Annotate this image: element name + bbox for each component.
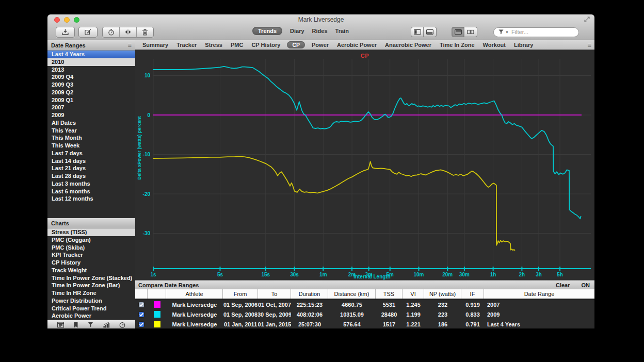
export-button[interactable]: [56, 27, 75, 38]
date-range-last-7-days[interactable]: Last 7 days: [47, 150, 135, 157]
filter-field[interactable]: ▼: [493, 27, 579, 37]
compare-row-2007[interactable]: Mark Liversedge01 Sep, 200601 Oct, 20072…: [135, 300, 594, 309]
calendar-icon[interactable]: [57, 322, 64, 328]
col-header-np-watts[interactable]: NP (watts): [424, 289, 461, 299]
tab-pmc[interactable]: PMC: [227, 42, 247, 48]
date-range-last-14-days[interactable]: Last 14 days: [47, 157, 135, 165]
date-range-2009[interactable]: 2009: [47, 111, 135, 119]
date-range-all-dates[interactable]: All Dates: [47, 119, 135, 127]
chart-track-weight[interactable]: Track Weight: [47, 267, 135, 274]
chart-pmc-coggan[interactable]: PMC (Coggan): [47, 236, 135, 244]
tab-workout[interactable]: Workout: [479, 42, 510, 48]
bar-chart-icon[interactable]: [103, 322, 110, 328]
date-range-2010[interactable]: 2010: [47, 58, 135, 66]
compare-on-toggle[interactable]: ON: [582, 282, 590, 288]
date-range-this-week[interactable]: This Week: [47, 142, 135, 150]
col-header-date-range[interactable]: Date Range: [484, 289, 594, 299]
series-last-4-years: [153, 156, 514, 250]
sidebar-toggle-button[interactable]: [411, 27, 424, 37]
chart-kpi-tracker[interactable]: KPI Tracker: [47, 251, 135, 259]
compare-title: Compare Date Ranges: [138, 282, 199, 288]
date-range-2009-q4[interactable]: 2009 Q4: [47, 73, 135, 81]
compare-row-last-4-years[interactable]: Mark Liversedge01 Jan, 201101 Jan, 20152…: [135, 319, 594, 328]
view-trends[interactable]: Trends: [252, 27, 282, 35]
bottombar-toggle-button[interactable]: [424, 27, 437, 37]
date-range-last-21-days[interactable]: Last 21 days: [47, 164, 135, 172]
cell-date-range: 2007: [484, 300, 594, 309]
bookmark-icon[interactable]: [73, 322, 78, 328]
charts-header: Charts: [47, 218, 135, 228]
tab-power[interactable]: Power: [308, 42, 333, 48]
chart-pmc-skiba[interactable]: PMC (Skiba): [47, 244, 135, 252]
date-range-this-year[interactable]: This Year: [47, 127, 135, 135]
stopwatch-button[interactable]: [103, 27, 119, 37]
minimize-button[interactable]: [64, 17, 70, 23]
tab-tracker[interactable]: Tracker: [172, 42, 201, 48]
date-range-2009-q1[interactable]: 2009 Q1: [47, 96, 135, 104]
tab-library[interactable]: Library: [510, 42, 537, 48]
y-tick-label: -30: [143, 231, 151, 236]
funnel-icon[interactable]: [88, 322, 93, 327]
view-rides[interactable]: Rides: [312, 28, 328, 34]
row-checkbox[interactable]: [135, 300, 148, 309]
tab-aerobic-power[interactable]: Aerobic Power: [333, 42, 381, 48]
tab-cp[interactable]: CP: [287, 41, 305, 48]
col-header-from[interactable]: From: [223, 289, 258, 299]
clear-button[interactable]: Clear: [556, 282, 570, 288]
close-button[interactable]: [54, 17, 60, 23]
tabbar-menu-icon[interactable]: ≡: [587, 42, 591, 48]
tabbed-view-button[interactable]: [452, 27, 464, 37]
tab-summary[interactable]: Summary: [138, 42, 172, 48]
tab-time-in-zone[interactable]: Time In Zone: [436, 42, 479, 48]
tab-anaerobic-power[interactable]: Anaerobic Power: [381, 42, 436, 48]
split-button[interactable]: [119, 27, 136, 37]
bottom-panel-icon: [426, 29, 433, 35]
date-range-2013[interactable]: 2013: [47, 66, 135, 74]
view-train[interactable]: Train: [335, 28, 349, 34]
titlebar[interactable]: Mark Liversedge: [47, 14, 594, 25]
chart-time-in-power-zone-bar[interactable]: Time In Power Zone (Bar): [47, 282, 135, 289]
zoom-button[interactable]: [74, 17, 79, 23]
fullscreen-icon[interactable]: [584, 17, 590, 22]
date-range-last-4-years[interactable]: Last 4 Years: [47, 51, 135, 58]
cell-if: 0.919: [461, 300, 484, 309]
col-header-tss[interactable]: TSS: [376, 289, 403, 299]
row-checkbox[interactable]: [135, 319, 148, 328]
date-range-this-month[interactable]: This Month: [47, 134, 135, 142]
delete-button[interactable]: [136, 27, 153, 37]
chart-critical-power-trend[interactable]: Critical Power Trend: [47, 305, 135, 312]
filter-caret-icon[interactable]: ▼: [505, 30, 509, 34]
date-range-last-3-months[interactable]: Last 3 months: [47, 180, 135, 188]
chart-aerobic-power[interactable]: Aerobic Power: [47, 312, 135, 320]
compare-row-2009[interactable]: Mark Liversedge01 Sep, 200830 Sep, 20094…: [135, 309, 594, 319]
tiled-view-button[interactable]: [464, 27, 477, 37]
date-ranges-menu-icon[interactable]: ≡: [127, 42, 132, 48]
chart-cp-history[interactable]: CP History: [47, 259, 135, 267]
col-header-duration[interactable]: Duration: [291, 289, 328, 299]
date-range-2009-q3[interactable]: 2009 Q3: [47, 81, 135, 89]
chart-power-distribution[interactable]: Power Distribution: [47, 297, 135, 305]
date-range-last-6-months[interactable]: Last 6 months: [47, 188, 135, 195]
chart-stress-tiss[interactable]: Stress (TISS): [47, 228, 135, 236]
cell-tss: 5531: [376, 300, 403, 309]
date-range-2009-q2[interactable]: 2009 Q2: [47, 89, 135, 96]
tab-cp-history[interactable]: CP History: [247, 42, 284, 48]
col-header-0[interactable]: [135, 289, 148, 299]
col-header-if[interactable]: IF: [461, 289, 484, 299]
edit-button[interactable]: [78, 27, 98, 38]
date-range-last-12-months[interactable]: Last 12 months: [47, 195, 135, 203]
col-header-vi[interactable]: VI: [403, 289, 424, 299]
col-header-athlete[interactable]: Athlete: [166, 289, 223, 299]
chart-time-in-hr-zone[interactable]: Time In HR Zone: [47, 289, 135, 297]
date-range-last-28-days[interactable]: Last 28 days: [47, 172, 135, 180]
row-checkbox[interactable]: [135, 309, 148, 319]
chart-time-in-power-zone-stacked[interactable]: Time In Power Zone (Stacked): [47, 274, 135, 282]
col-header-to[interactable]: To: [258, 289, 291, 299]
col-header-1[interactable]: [148, 289, 166, 299]
view-diary[interactable]: Diary: [290, 28, 304, 34]
gauge-icon[interactable]: [119, 322, 125, 328]
date-range-2007[interactable]: 2007: [47, 104, 135, 111]
col-header-distance-km[interactable]: Distance (km): [328, 289, 376, 299]
filter-input[interactable]: [510, 28, 569, 36]
tab-stress[interactable]: Stress: [201, 42, 227, 48]
